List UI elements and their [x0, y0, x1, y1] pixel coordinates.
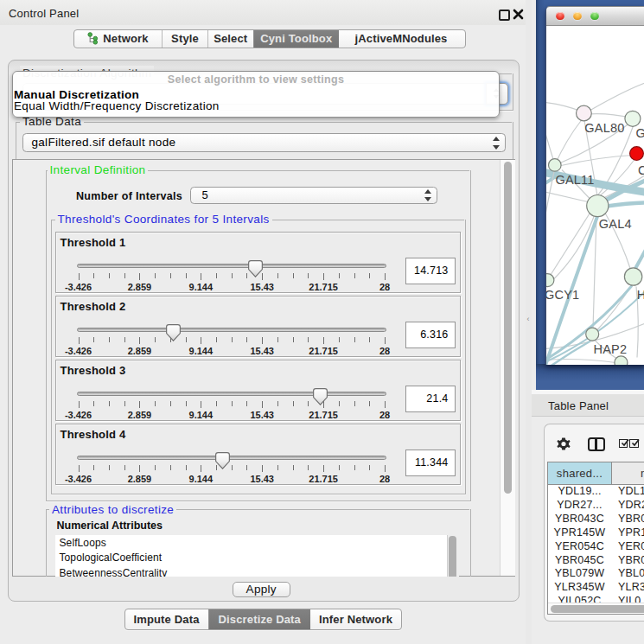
- svg-text:GCY1: GCY1: [546, 288, 579, 302]
- svg-text:GAL11: GAL11: [556, 173, 595, 187]
- svg-text:C: C: [638, 163, 644, 177]
- svg-text:GAL80: GAL80: [584, 120, 624, 134]
- svg-text:GA: GA: [636, 125, 644, 139]
- svg-text:HAP2: HAP2: [594, 341, 628, 355]
- svg-text:GAL4: GAL4: [599, 216, 632, 230]
- svg-text:H: H: [637, 288, 644, 302]
